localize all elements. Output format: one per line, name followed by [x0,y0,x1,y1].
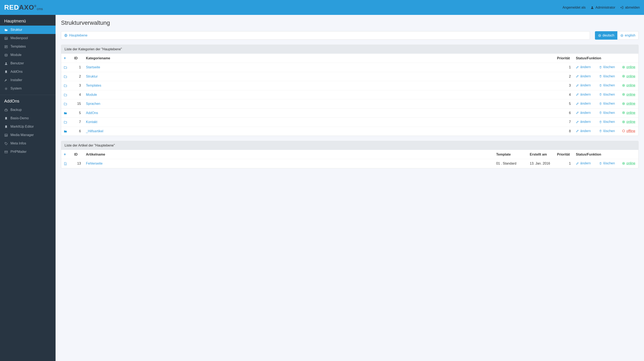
sidebar-item-label: Medienpool [10,36,28,40]
cell-id: 6 [72,126,84,136]
categories-panel: Liste der Kategorien der "Hauptebene" + … [61,45,638,136]
lang-english[interactable]: english [618,31,638,40]
status-toggle[interactable]: offline [622,129,635,133]
edit-link[interactable]: ändern [576,162,591,165]
category-name-link[interactable]: _Hilfsartikel [86,129,103,133]
breadcrumb: Hauptebene [61,31,590,40]
cell-prio: 7 [554,118,573,127]
delete-link[interactable]: löschen [599,93,615,96]
edit-link[interactable]: ändern [576,129,591,133]
folder-icon [64,120,67,124]
category-row: 3 Templates 3 ändern löschen online [61,81,638,90]
image-icon [4,133,8,137]
bookmark-icon [4,116,8,120]
edit-link[interactable]: ändern [576,65,591,69]
signout-icon [620,6,624,9]
logout-link[interactable]: abmelden [620,6,640,10]
sidebar-item-meta-infos[interactable]: Meta Infos [0,139,56,148]
category-name-link[interactable]: Module [86,93,97,96]
status-toggle[interactable]: online [622,84,636,87]
delete-link[interactable]: löschen [599,162,615,165]
edit-link[interactable]: ändern [576,111,591,115]
toolbar: Hauptebene deutsch english [61,31,638,40]
cell-id: 3 [72,81,84,90]
delete-link[interactable]: löschen [599,84,615,87]
edit-link[interactable]: ändern [576,93,591,96]
folder-icon [64,84,67,87]
sidebar-item-system[interactable]: System [0,84,56,93]
status-toggle[interactable]: online [622,162,636,165]
user-link[interactable]: Administrator [590,6,615,10]
sidebar-item-media-manager[interactable]: Media Manager [0,131,56,139]
category-row: 2 Struktur 2 ändern löschen online [61,72,638,81]
status-toggle[interactable]: online [622,120,636,124]
folder-solid-icon [64,111,67,115]
sidebar-item-module[interactable]: Module [0,51,56,59]
edit-link[interactable]: ändern [576,84,591,87]
cell-prio: 2 [554,72,573,81]
edit-link[interactable]: ändern [576,120,591,124]
status-toggle[interactable]: online [622,111,636,115]
status-toggle[interactable]: online [622,74,636,78]
category-row: 6 _Hilfsartikel 8 ändern löschen offline [61,126,638,136]
database-icon [4,53,8,57]
sidebar-item-addons[interactable]: AddOns [0,68,56,76]
sidebar-item-label: Backup [10,108,22,112]
status-toggle[interactable]: online [622,93,636,96]
sidebar-item-label: Meta Infos [10,142,26,145]
article-name-link[interactable]: Fehlerseite [86,162,102,165]
categories-table: + ID Kategoriename Priorität Status/Funk… [61,54,638,136]
category-row: 4 Module 4 ändern löschen online [61,90,638,99]
sidebar-item-markitup-editor[interactable]: MarkItUp Editor [0,122,56,131]
file-icon [64,162,67,165]
hdd-icon [4,108,8,112]
wrench-icon [4,78,8,82]
folder-icon [64,66,67,69]
sidebar-item-installer[interactable]: Installer [0,76,56,84]
category-name-link[interactable]: Sprachen [86,102,100,106]
user-icon [4,62,8,65]
sidebar-item-phpmailer[interactable]: PHPMailer [0,148,56,156]
category-name-link[interactable]: Struktur [86,75,98,78]
add-article-button[interactable]: + [64,152,66,156]
th-prio: Priorität [554,54,573,63]
status-toggle[interactable]: online [622,102,636,106]
delete-link[interactable]: löschen [599,102,615,106]
logo[interactable]: REDAXO®cms [4,4,43,11]
edit-link[interactable]: ändern [576,74,591,78]
lang-deutsch[interactable]: deutsch [595,31,618,40]
articles-panel: Liste der Artikel der "Hauptebene" + ID … [61,141,638,168]
category-row: 7 Kontakt 7 ändern löschen online [61,118,638,127]
sidebar-item-label: MarkItUp Editor [10,125,34,128]
category-name-link[interactable]: Kontakt [86,120,97,124]
sidebar-title-main: Hauptmenü [0,15,56,26]
cell-prio: 6 [554,108,573,118]
sidebar-item-struktur[interactable]: Struktur [0,26,56,34]
cogs-icon [4,86,8,90]
newspaper-icon [4,45,8,48]
category-name-link[interactable]: Templates [86,84,101,87]
th-art-id: ID [72,150,84,159]
delete-link[interactable]: löschen [599,120,615,124]
delete-link[interactable]: löschen [599,111,615,115]
main-content: Strukturverwaltung Hauptebene deutsch en… [56,15,644,361]
sidebar-item-benutzer[interactable]: Benutzer [0,59,56,68]
top-header: REDAXO®cms Angemeldet als Administrator … [0,0,644,15]
article-row: 13 Fehlerseite 01 . Standard 13. Jan. 20… [61,159,638,168]
add-category-button[interactable]: + [64,56,66,60]
sidebar-item-backup[interactable]: Backup [0,106,56,114]
edit-link[interactable]: ändern [576,102,591,106]
th-status: Status/Funktion [573,54,638,63]
cell-prio: 1 [554,63,573,72]
delete-link[interactable]: löschen [599,129,615,133]
sidebar-item-medienpool[interactable]: Medienpool [0,34,56,42]
sidebar-item-templates[interactable]: Templates [0,42,56,51]
category-name-link[interactable]: Startseite [86,66,100,69]
category-name-link[interactable]: AddOns [86,111,98,115]
sidebar-item-basis-demo[interactable]: Basis-Demo [0,114,56,122]
delete-link[interactable]: löschen [599,74,615,78]
breadcrumb-root[interactable]: Hauptebene [69,34,88,37]
globe-icon [64,34,68,37]
status-toggle[interactable]: online [622,65,636,69]
delete-link[interactable]: löschen [599,65,615,69]
